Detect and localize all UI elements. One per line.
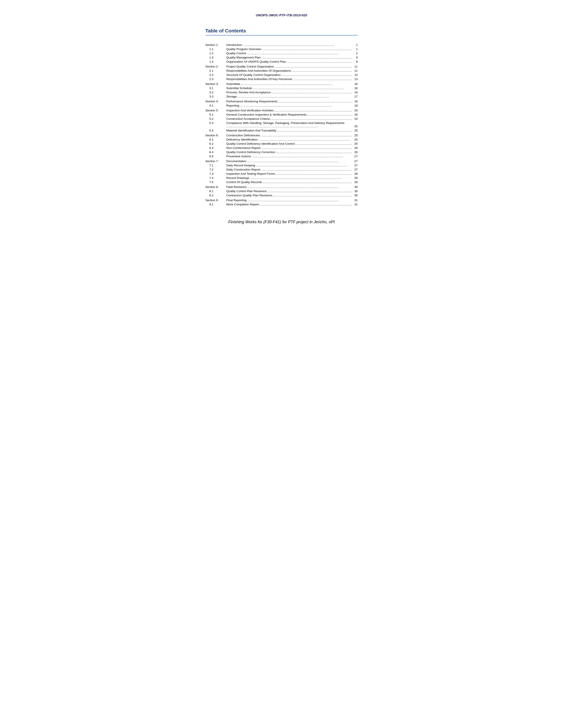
toc-entry-num: 7.1: [205, 164, 226, 167]
toc-entry-dots: ........................................…: [260, 134, 352, 137]
toc-entry-page: 30: [352, 190, 358, 193]
toc-entry-title: Storage: [226, 95, 237, 98]
toc-entry: 6.4Quality Control Deficiency Correction…: [205, 150, 358, 154]
toc-entry-title: Reporting: [226, 104, 239, 107]
toc-entry-page: 25: [352, 129, 358, 132]
toc-entry-page: 28: [352, 172, 358, 175]
toc-entry-num: 9.1: [205, 203, 226, 206]
toc-entry-title: Submittal Schedule: [226, 86, 252, 90]
toc-entry: Section 2:Project Quality Control Organi…: [205, 64, 358, 69]
toc-entry: 7.2Daily Construction Report............…: [205, 167, 358, 172]
toc-entry-num: Section 2:: [205, 65, 226, 68]
toc-entries: Section 1:Introduction..................…: [205, 42, 358, 206]
toc-entry-num: 5.4: [205, 129, 226, 132]
toc-entry-page: 11: [352, 65, 358, 68]
toc-entry-num: Section 9:: [205, 199, 226, 202]
toc-entry-num: 7.2: [205, 168, 226, 171]
toc-entry: 7.5Control Of Quality Records...........…: [205, 180, 358, 184]
toc-entry-dots: ........................................…: [246, 185, 352, 189]
toc-entry-title: Work Completion Report:: [226, 203, 259, 206]
toc-entry-page: 31: [352, 199, 358, 202]
toc-entry-num: 3.1: [205, 86, 226, 90]
toc-entry-page: 13: [352, 77, 358, 81]
toc-entry-num: 2.2: [205, 73, 226, 77]
toc-entry-title: Organization Of UNOPS Quality Control Pl…: [226, 60, 286, 63]
toc-entry-title: Structure Of Quality Control Organizatio…: [226, 73, 280, 77]
toc-entry-dots: ........................................…: [280, 73, 352, 77]
toc-entry: 3.3Storage..............................…: [205, 94, 358, 99]
toc-entry: 1.1Quality Program Overview.............…: [205, 47, 358, 51]
toc-entry: 2.3Responsibilities And Authorities Of K…: [205, 77, 358, 81]
toc-entry-num: 1.4: [205, 60, 226, 63]
toc-entry: 7.3Inspection And Testing Report Forms..…: [205, 172, 358, 176]
toc-entry-num: 1.1: [205, 47, 226, 51]
toc-entry-dots: ........................................…: [240, 82, 352, 86]
toc-entry-num: Section 3:: [205, 82, 226, 86]
toc-entry-page: 31: [352, 203, 358, 206]
toc-entry-title: Record Drawings: [226, 176, 249, 180]
toc-entry: 6.1Deficiency Identification............…: [205, 137, 358, 142]
toc-entry-page: 26: [352, 146, 358, 150]
toc-entry: 5.4Material Identification And Traceabil…: [205, 128, 358, 133]
toc-entry: 4.1Reporting............................…: [205, 103, 358, 108]
toc-entry-title: Field Revisions: [226, 185, 246, 189]
toc-entry-page: 16: [352, 86, 358, 90]
toc-entry-dots: ........................................…: [260, 146, 352, 150]
toc-entry-dots: ........................................…: [262, 180, 352, 184]
toc-entry-num: 8.1: [205, 190, 226, 193]
toc-entry-dots: ........................................…: [274, 109, 352, 112]
toc-entry-page: 18: [352, 104, 358, 107]
toc-entry-page: 27: [352, 159, 358, 163]
toc-entry-page: 25: [352, 134, 358, 137]
toc-entry: 7.4Record Drawings......................…: [205, 176, 358, 180]
toc-entry: Section 6:Construction Deficiencies.....…: [205, 133, 358, 137]
toc-entry: Section 9:Final Reporting...............…: [205, 197, 358, 202]
toc-entry: 3.2Process, Review And Acceptance.......…: [205, 90, 358, 94]
toc-entry-dots: ........................................…: [258, 138, 352, 141]
toc-entry-num: Section 5:: [205, 109, 226, 112]
toc-entry-title: Daily Record Keeping: [226, 164, 255, 167]
toc-entry-num: 8.2: [205, 194, 226, 197]
toc-entry-dots: ........................................…: [239, 104, 352, 107]
toc-entry: 1.3Quality Management Plan..............…: [205, 55, 358, 60]
toc-entry-page: 17: [352, 95, 358, 98]
toc-entry-dots: ........................................…: [249, 176, 352, 180]
toc-entry-dots: ........................................…: [270, 117, 352, 120]
toc-entry: 2.2Structure Of Quality Control Organiza…: [205, 73, 358, 77]
toc-entry-title: Inspection And Verification Activities: [226, 109, 274, 112]
toc-entry-dots: ........................................…: [277, 100, 352, 103]
toc-entry-dots: ........................................…: [242, 43, 352, 47]
toc-entry-num: 7.3: [205, 172, 226, 175]
toc-section: Table of Contents Section 1:Introduction…: [205, 28, 358, 206]
toc-entry-page: 30: [352, 185, 358, 189]
toc-entry-page: 9: [352, 56, 358, 59]
toc-entry-page: 26: [352, 150, 358, 154]
toc-entry-num: 2.3: [205, 77, 226, 81]
toc-entry-title: Quality Control Deficiency Identificatio…: [226, 142, 295, 145]
toc-entry: 2.1Responsibilities And Authorities Of O…: [205, 69, 358, 73]
toc-entry-dots: ........................................…: [291, 69, 352, 72]
toc-entry-num: Section 1:: [205, 43, 226, 47]
toc-entry-num: 1.2: [205, 52, 226, 55]
toc-entry-page: 27: [352, 168, 358, 171]
footer-text: Finishing Works for (F39-F41) for PTF pr…: [205, 220, 358, 224]
toc-entry-dots: ........................................…: [295, 142, 352, 145]
toc-entry-dots: ........................................…: [237, 95, 352, 98]
toc-entry-page: 1: [352, 47, 358, 51]
toc-entry-page: 12: [352, 73, 358, 77]
toc-entry-num: Section 6:: [205, 134, 226, 137]
toc-entry-dots: ........................................…: [259, 203, 352, 206]
toc-entry-num: 4.1: [205, 104, 226, 107]
toc-entry: 8.2Contractors Quality Plan Revisions...…: [205, 193, 358, 197]
toc-entry-num: 7.5: [205, 180, 226, 184]
toc-entry-dots: ........................................…: [246, 199, 352, 202]
toc-title: Table of Contents: [205, 28, 358, 34]
toc-entry-title: Non-Conformance Report: [226, 146, 260, 150]
toc-entry-dots: ........................................…: [252, 86, 352, 90]
toc-entry-page: 29: [352, 176, 358, 180]
toc-entry-dots: ........................................…: [266, 190, 352, 193]
toc-entry-page: 20: [352, 113, 358, 116]
toc-entry-page: 16: [352, 82, 358, 86]
toc-entry-dots: ........................................…: [292, 77, 352, 81]
toc-entry-num: 6.2: [205, 142, 226, 145]
